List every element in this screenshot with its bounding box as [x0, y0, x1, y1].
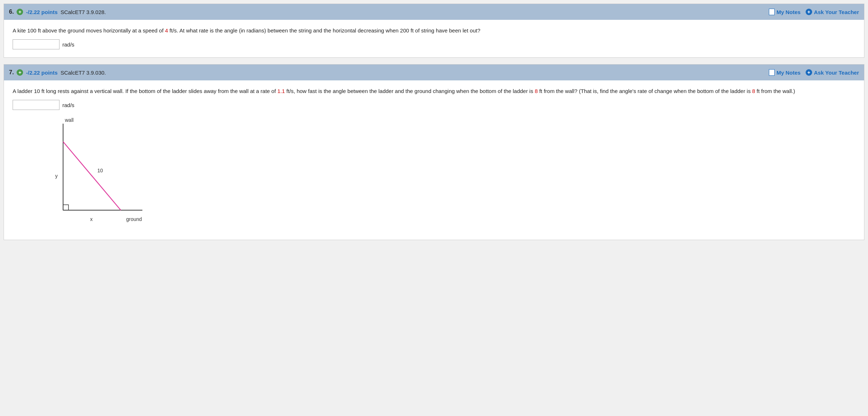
page-wrapper: 6. + -/2.22 points SCalcET7 3.9.028. My …	[0, 0, 868, 250]
my-notes-label-q7: My Notes	[776, 70, 801, 76]
question-6-header: 6. + -/2.22 points SCalcET7 3.9.028. My …	[4, 4, 864, 20]
q7-highlight-2: 8	[535, 88, 537, 94]
question-7-header-right: My Notes + Ask Your Teacher	[769, 69, 859, 76]
ask-teacher-label-q6: Ask Your Teacher	[814, 9, 859, 15]
notes-icon-q6	[769, 9, 775, 15]
x-label: x	[90, 216, 93, 222]
svg-line-3	[63, 142, 121, 210]
question-7-body: A ladder 10 ft long rests against a vert…	[4, 80, 864, 240]
question-7-text: A ladder 10 ft long rests against a vert…	[13, 87, 855, 96]
ask-teacher-button-q7[interactable]: + Ask Your Teacher	[806, 69, 859, 76]
q6-text-before: A kite 100 ft above the ground moves hor…	[13, 27, 165, 34]
ask-teacher-label-q7: Ask Your Teacher	[814, 70, 859, 76]
q7-highlight-1: 1.1	[278, 88, 285, 94]
question-6-number: 6.	[9, 9, 14, 15]
q7-text-middle1: ft/s, how fast is the angle between the …	[285, 88, 535, 94]
ask-teacher-button-q6[interactable]: + Ask Your Teacher	[806, 9, 859, 15]
wall-label: wall	[65, 117, 74, 123]
question-7-answer-row: rad/s	[13, 100, 855, 110]
my-notes-button-q7[interactable]: My Notes	[769, 69, 801, 76]
my-notes-button-q6[interactable]: My Notes	[769, 9, 801, 15]
q7-text-end: ft from the wall.)	[755, 88, 795, 94]
question-6-answer-row: rad/s	[13, 39, 855, 49]
question-6-body: A kite 100 ft above the ground moves hor…	[4, 20, 864, 57]
ask-plus-icon-q6: +	[806, 9, 812, 15]
ask-plus-icon-q7: +	[806, 69, 812, 76]
q7-text-before: A ladder 10 ft long rests against a vert…	[13, 88, 278, 94]
question-7-block: 7. + -/2.22 points SCalcET7 3.9.030. My …	[4, 64, 864, 240]
q6-text-middle: ft/s. At what rate is the angle (in radi…	[168, 27, 480, 34]
ladder-length-label: 10	[97, 168, 103, 173]
ground-label: ground	[126, 216, 142, 222]
question-7-unit: rad/s	[62, 102, 74, 108]
q6-highlight-1: 4	[165, 27, 168, 34]
question-7-number: 7.	[9, 69, 14, 76]
question-7-source: SCalcET7 3.9.030.	[61, 70, 106, 76]
q7-text-middle2: ft from the wall? (That is, find the ang…	[538, 88, 752, 94]
question-7-points: -/2.22 points	[26, 70, 58, 76]
question-6-block: 6. + -/2.22 points SCalcET7 3.9.028. My …	[4, 4, 864, 58]
plus-icon-q7: +	[17, 69, 23, 76]
question-6-text: A kite 100 ft above the ground moves hor…	[13, 26, 855, 35]
question-6-unit: rad/s	[62, 41, 74, 48]
ladder-diagram-svg: wall y 10 x ground	[34, 116, 150, 232]
notes-icon-q7	[769, 69, 775, 76]
my-notes-label-q6: My Notes	[776, 9, 801, 15]
question-7-diagram: wall y 10 x ground	[13, 116, 855, 232]
y-label: y	[55, 173, 58, 179]
question-7-header-left: 7. + -/2.22 points SCalcET7 3.9.030.	[9, 69, 106, 76]
question-6-header-right: My Notes + Ask Your Teacher	[769, 9, 859, 15]
svg-rect-2	[63, 205, 68, 210]
plus-icon-q6: +	[17, 9, 23, 15]
question-7-header: 7. + -/2.22 points SCalcET7 3.9.030. My …	[4, 65, 864, 80]
q7-highlight-3: 8	[752, 88, 755, 94]
question-7-input[interactable]	[13, 100, 59, 110]
question-6-source: SCalcET7 3.9.028.	[61, 9, 106, 15]
question-6-header-left: 6. + -/2.22 points SCalcET7 3.9.028.	[9, 9, 106, 15]
question-6-input[interactable]	[13, 39, 59, 49]
question-6-points: -/2.22 points	[26, 9, 58, 15]
